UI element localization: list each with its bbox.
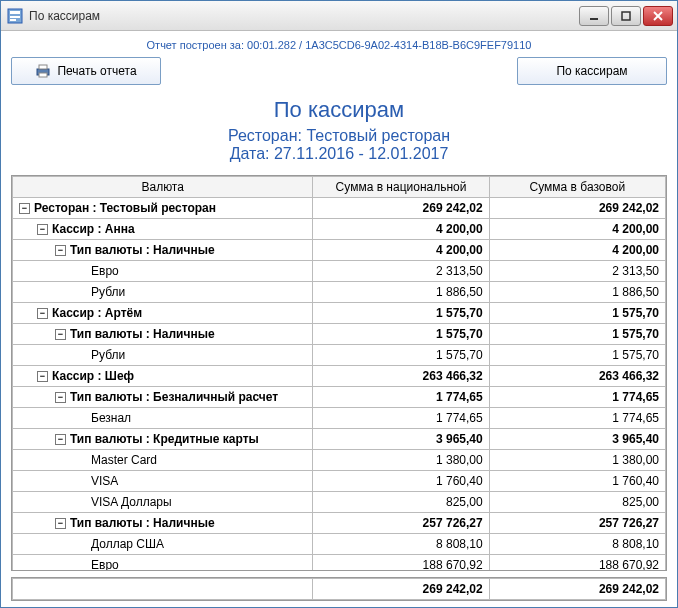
row-national: 188 670,92: [313, 555, 489, 572]
totals-row: 269 242,02 269 242,02: [11, 577, 667, 601]
row-national: 1 774,65: [313, 387, 489, 408]
row-label: Евро: [91, 558, 119, 571]
collapse-toggle[interactable]: −: [55, 329, 66, 340]
row-national: 263 466,32: [313, 366, 489, 387]
svg-rect-10: [39, 73, 47, 77]
collapse-toggle[interactable]: −: [37, 224, 48, 235]
table-row[interactable]: Master Card1 380,001 380,00: [13, 450, 666, 471]
row-label: Кассир : Шеф: [52, 369, 134, 383]
row-label: VISA Доллары: [91, 495, 172, 509]
svg-rect-5: [622, 12, 630, 20]
row-national: 8 808,10: [313, 534, 489, 555]
row-base: 1 575,70: [489, 324, 665, 345]
row-base: 263 466,32: [489, 366, 665, 387]
table-row[interactable]: VISA Доллары825,00825,00: [13, 492, 666, 513]
table-row[interactable]: −Тип валюты : Кредитные карты3 965,403 9…: [13, 429, 666, 450]
collapse-toggle[interactable]: −: [19, 203, 30, 214]
row-national: 2 313,50: [313, 261, 489, 282]
row-label: VISA: [91, 474, 118, 488]
print-button[interactable]: Печать отчета: [11, 57, 161, 85]
row-base: 4 200,00: [489, 219, 665, 240]
row-label: Тип валюты : Безналичный расчет: [70, 390, 278, 404]
table-row[interactable]: Доллар США8 808,108 808,10: [13, 534, 666, 555]
table-row[interactable]: −Кассир : Шеф263 466,32263 466,32: [13, 366, 666, 387]
collapse-toggle[interactable]: −: [55, 392, 66, 403]
table-row[interactable]: −Кассир : Артём1 575,701 575,70: [13, 303, 666, 324]
row-label: Доллар США: [91, 537, 164, 551]
close-button[interactable]: [643, 6, 673, 26]
table-row[interactable]: Безнал1 774,651 774,65: [13, 408, 666, 429]
row-national: 1 575,70: [313, 345, 489, 366]
collapse-toggle[interactable]: −: [55, 518, 66, 529]
collapse-toggle[interactable]: −: [37, 308, 48, 319]
titlebar[interactable]: По кассирам: [1, 1, 677, 31]
collapse-toggle[interactable]: −: [55, 245, 66, 256]
report-grid[interactable]: Валюта Сумма в национальной Сумма в базо…: [11, 175, 667, 571]
printer-icon: [35, 64, 51, 78]
row-national: 1 575,70: [313, 303, 489, 324]
table-row[interactable]: VISA1 760,401 760,40: [13, 471, 666, 492]
cashiers-label: По кассирам: [556, 64, 627, 78]
collapse-toggle[interactable]: −: [55, 434, 66, 445]
svg-rect-9: [39, 65, 47, 69]
svg-rect-2: [10, 16, 20, 18]
report-restaurant: Ресторан: Тестовый ресторан: [11, 127, 667, 145]
row-base: 269 242,02: [489, 198, 665, 219]
table-row[interactable]: −Тип валюты : Безналичный расчет1 774,65…: [13, 387, 666, 408]
row-label: Кассир : Артём: [52, 306, 142, 320]
row-national: 257 726,27: [313, 513, 489, 534]
svg-rect-1: [10, 11, 20, 14]
row-national: 1 380,00: [313, 450, 489, 471]
table-row[interactable]: Рубли1 886,501 886,50: [13, 282, 666, 303]
row-label: Безнал: [91, 411, 131, 425]
table-row[interactable]: Рубли1 575,701 575,70: [13, 345, 666, 366]
print-label: Печать отчета: [57, 64, 136, 78]
col-currency[interactable]: Валюта: [13, 177, 313, 198]
total-national: 269 242,02: [313, 579, 489, 600]
row-label: Рубли: [91, 285, 125, 299]
window-title: По кассирам: [29, 9, 579, 23]
row-national: 3 965,40: [313, 429, 489, 450]
table-row[interactable]: Евро2 313,502 313,50: [13, 261, 666, 282]
row-base: 2 313,50: [489, 261, 665, 282]
row-base: 3 965,40: [489, 429, 665, 450]
row-label: Тип валюты : Наличные: [70, 243, 215, 257]
row-national: 825,00: [313, 492, 489, 513]
table-row[interactable]: −Кассир : Анна4 200,004 200,00: [13, 219, 666, 240]
table-row[interactable]: Евро188 670,92188 670,92: [13, 555, 666, 572]
row-national: 269 242,02: [313, 198, 489, 219]
row-base: 1 760,40: [489, 471, 665, 492]
row-base: 825,00: [489, 492, 665, 513]
minimize-button[interactable]: [579, 6, 609, 26]
cashiers-button[interactable]: По кассирам: [517, 57, 667, 85]
maximize-button[interactable]: [611, 6, 641, 26]
row-base: 1 380,00: [489, 450, 665, 471]
row-base: 1 774,65: [489, 408, 665, 429]
row-base: 257 726,27: [489, 513, 665, 534]
minimize-icon: [589, 11, 599, 21]
row-national: 4 200,00: [313, 219, 489, 240]
window-frame: По кассирам Отчет построен за: 00:01.282…: [0, 0, 678, 608]
row-label: Ресторан : Тестовый ресторан: [34, 201, 216, 215]
row-national: 4 200,00: [313, 240, 489, 261]
row-base: 8 808,10: [489, 534, 665, 555]
row-base: 1 575,70: [489, 345, 665, 366]
table-row[interactable]: −Тип валюты : Наличные4 200,004 200,00: [13, 240, 666, 261]
col-national[interactable]: Сумма в национальной: [313, 177, 489, 198]
maximize-icon: [621, 11, 631, 21]
table-row[interactable]: −Ресторан : Тестовый ресторан269 242,022…: [13, 198, 666, 219]
row-base: 1 575,70: [489, 303, 665, 324]
report-title: По кассирам: [11, 97, 667, 123]
report-date: Дата: 27.11.2016 - 12.01.2017: [11, 145, 667, 163]
row-base: 1 774,65: [489, 387, 665, 408]
row-national: 1 760,40: [313, 471, 489, 492]
row-label: Кассир : Анна: [52, 222, 135, 236]
close-icon: [653, 11, 663, 21]
svg-rect-3: [10, 19, 16, 21]
row-label: Master Card: [91, 453, 157, 467]
collapse-toggle[interactable]: −: [37, 371, 48, 382]
col-base[interactable]: Сумма в базовой: [489, 177, 665, 198]
table-row[interactable]: −Тип валюты : Наличные257 726,27257 726,…: [13, 513, 666, 534]
table-row[interactable]: −Тип валюты : Наличные1 575,701 575,70: [13, 324, 666, 345]
row-base: 4 200,00: [489, 240, 665, 261]
